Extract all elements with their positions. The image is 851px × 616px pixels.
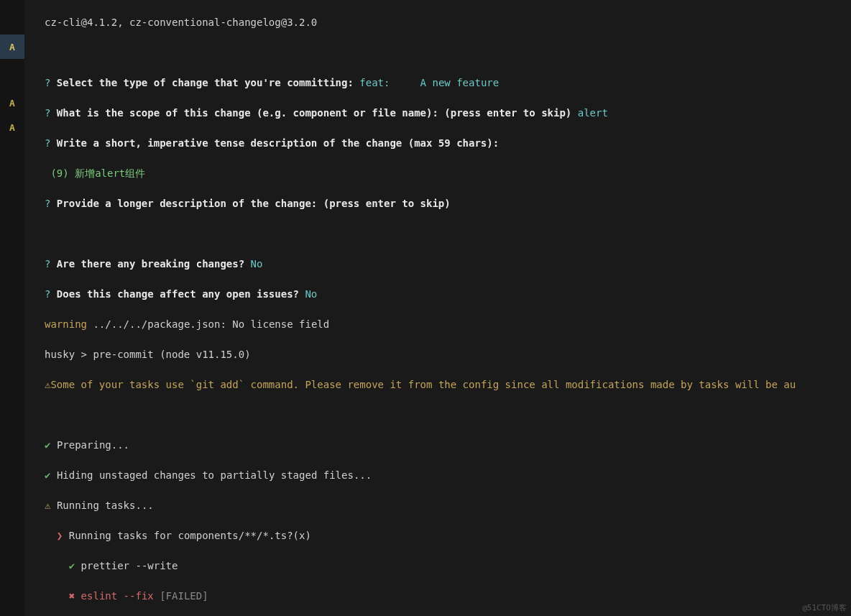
terminal-line: cz-cli@4.1.2, cz-conventional-changelog@… xyxy=(45,15,831,30)
terminal-line: ? Select the type of change that you're … xyxy=(45,75,831,91)
cross-icon: ✖ xyxy=(69,590,75,602)
watermark: @51CTO博客 xyxy=(802,602,847,613)
app-root: A A A cz-cli@4.1.2, cz-conventional-chan… xyxy=(0,0,851,616)
marker-a[interactable]: A xyxy=(0,35,24,59)
check-icon: ✔ xyxy=(69,560,75,571)
terminal-line: ✔ prettier --write xyxy=(45,558,831,574)
terminal-line: ✔ Hiding unstaged changes to partially s… xyxy=(45,468,831,483)
terminal-line: ⚠ Running tasks... xyxy=(45,498,831,513)
check-icon: ✔ xyxy=(45,439,50,451)
terminal-line: ⚠Some of your tasks use `git add` comman… xyxy=(45,377,831,392)
terminal-line: ? Are there any breaking changes? No xyxy=(45,257,831,272)
terminal-line: ? Provide a longer description of the ch… xyxy=(45,196,831,211)
terminal-line: (9) 新增alert组件 xyxy=(45,166,831,181)
arrow-icon: ❯ xyxy=(57,530,63,541)
terminal-line: warning ../../../package.json: No licens… xyxy=(45,317,831,332)
terminal-line: ? What is the scope of this change (e.g.… xyxy=(45,106,831,121)
marker-a[interactable]: A xyxy=(0,115,24,139)
terminal-line: ✔ Preparing... xyxy=(45,438,831,453)
check-icon: ✔ xyxy=(45,469,50,481)
marker-a[interactable]: A xyxy=(0,91,24,115)
terminal-line: ❯ Running tasks for components/**/*.ts?(… xyxy=(45,528,831,543)
terminal-line: husky > pre-commit (node v11.15.0) xyxy=(45,347,831,362)
terminal[interactable]: cz-cli@4.1.2, cz-conventional-changelog@… xyxy=(24,0,851,616)
sidebar: A A A xyxy=(0,0,24,616)
terminal-line: ? Write a short, imperative tense descri… xyxy=(45,136,831,151)
warning-icon: ⚠ xyxy=(45,500,50,511)
terminal-line: ✖ eslint --fix [FAILED] xyxy=(45,589,831,604)
terminal-line: ? Does this change affect any open issue… xyxy=(45,287,831,302)
